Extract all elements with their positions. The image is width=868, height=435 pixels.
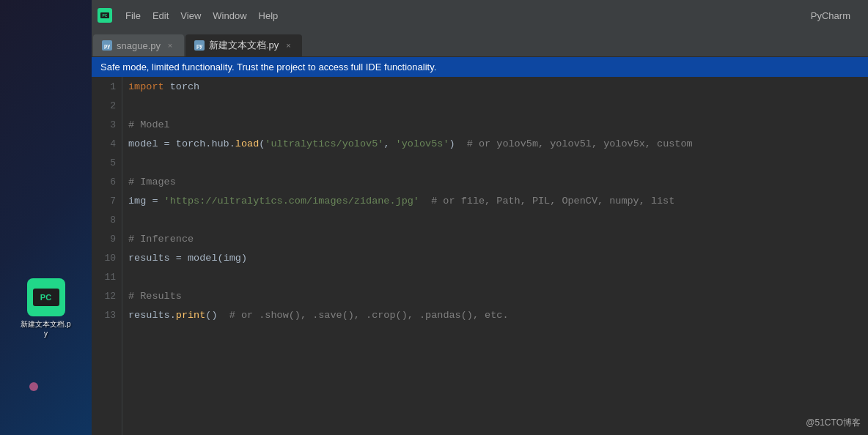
code-line-2 [128,96,868,115]
desktop: PC 新建文本文档.py [0,0,92,435]
comment-results: # Results [128,291,182,302]
desktop-icon[interactable]: PC 新建文本文档.py [21,278,72,338]
kw-import: import [128,81,170,92]
menu-pycharm-label: PyCharm [799,7,862,24]
tab-new-doc-label: 新建文本文档.py [209,39,279,52]
line-num-8: 8 [92,210,122,229]
line-num-7: 7 [92,191,122,210]
line-num-9: 9 [92,229,122,248]
tab-new-doc[interactable]: py 新建文本文档.py × [185,34,302,56]
tab-bar: py snague.py × py 新建文本文档.py × [92,31,868,57]
comment-model: # Model [128,119,170,130]
tab-snague-label: snague.py [117,40,161,51]
tab-snague-close[interactable]: × [165,40,175,51]
code-editor[interactable]: import torch # Model model = torch.hub.l… [122,77,868,435]
desktop-icon-label: 新建文本文档.py [21,319,72,338]
comment-images: # Images [128,176,176,187]
line-num-2: 2 [92,96,122,115]
editor-area[interactable]: 1 2 3 4 5 6 7 8 9 10 11 12 13 import tor… [92,77,868,435]
line-num-3: 3 [92,115,122,134]
code-line-10: results = model(img) [128,248,868,267]
code-line-5 [128,153,868,172]
svg-text:py: py [104,43,110,49]
menu-bar: PC File Edit View Window Help PyCharm [92,0,868,31]
code-line-9: # Inference [128,229,868,248]
watermark: @51CTO博客 [806,417,861,429]
pycharm-icon: PC [27,278,65,316]
id-torch-1: torch [170,81,200,92]
pycharm-logo: PC [98,8,112,23]
line-num-6: 6 [92,172,122,191]
line-num-10: 10 [92,248,122,267]
tab-snague[interactable]: py snague.py × [93,34,184,56]
code-line-1: import torch [128,77,868,96]
safe-mode-banner: Safe mode, limited functionality. Trust … [92,57,868,77]
menu-file[interactable]: File [119,7,147,24]
code-line-6: # Images [128,172,868,191]
code-line-8 [128,210,868,229]
code-line-4: model = torch.hub.load('ultralytics/yolo… [128,134,868,153]
line-num-12: 12 [92,286,122,305]
line-num-4: 4 [92,134,122,153]
svg-text:py: py [196,43,202,49]
menu-help[interactable]: Help [253,7,284,24]
code-line-11 [128,267,868,286]
comment-inference: # Inference [128,234,194,245]
code-line-12: # Results [128,286,868,305]
tab-new-doc-close[interactable]: × [283,40,293,51]
line-number-gutter: 1 2 3 4 5 6 7 8 9 10 11 12 13 [92,77,122,435]
desktop-decoration [29,382,38,391]
pycharm-window: PC File Edit View Window Help PyCharm py… [92,0,868,435]
line-num-1: 1 [92,77,122,96]
menu-edit[interactable]: Edit [147,7,174,24]
code-line-13: results.print() # or .show(), .save(), .… [128,305,868,324]
code-line-3: # Model [128,115,868,134]
tab-icon-snague: py [102,40,112,51]
id-model: model [128,138,164,149]
line-num-13: 13 [92,305,122,324]
menu-window[interactable]: Window [207,7,252,24]
code-line-7: img = 'https://ultralytics.com/images/zi… [128,191,868,210]
tab-icon-new: py [194,40,205,51]
menu-view[interactable]: View [174,7,207,24]
safe-mode-text: Safe mode, limited functionality. Trust … [100,62,436,72]
line-num-11: 11 [92,267,122,286]
line-num-5: 5 [92,153,122,172]
